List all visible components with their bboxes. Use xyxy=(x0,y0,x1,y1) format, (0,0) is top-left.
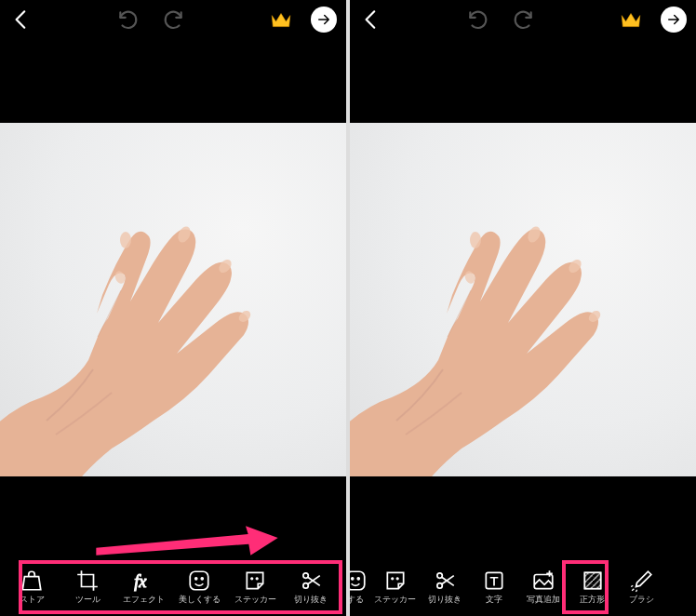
tool-label: ストア xyxy=(20,596,45,604)
screen-right: する ステッカー 切り抜き 文字 写真追加 正方形 xyxy=(350,0,696,616)
top-bar xyxy=(350,0,696,39)
tool-label: 正方形 xyxy=(580,596,605,604)
bottom-toolbar: する ステッカー 切り抜き 文字 写真追加 正方形 xyxy=(350,558,696,616)
undo-button[interactable] xyxy=(116,7,141,32)
sticker-icon xyxy=(241,568,269,594)
tool-tools[interactable]: ツール xyxy=(60,560,115,610)
next-button[interactable] xyxy=(661,7,687,33)
tool-label: 美しくする xyxy=(179,596,221,604)
redo-button[interactable] xyxy=(511,7,535,32)
tool-label: ブラシ xyxy=(629,596,654,604)
photo-content-hand xyxy=(350,188,638,476)
sticker-icon xyxy=(381,568,409,594)
tool-beauty[interactable]: 美しくする xyxy=(171,560,227,610)
edit-canvas[interactable] xyxy=(0,123,346,476)
face-icon xyxy=(185,568,213,594)
canvas-padding-bottom xyxy=(0,476,346,558)
bottom-toolbar: ストア ツール エフェクト 美しくする ステッカー 切り抜き xyxy=(0,558,346,616)
add-photo-icon xyxy=(529,568,557,594)
fx-icon xyxy=(129,568,157,594)
annotation-arrow xyxy=(47,523,326,560)
canvas-padding-bottom xyxy=(350,476,696,558)
face-icon xyxy=(350,568,369,594)
tool-beauty-partial[interactable]: する xyxy=(350,560,370,610)
premium-crown-icon[interactable] xyxy=(618,7,644,33)
tool-add-photo[interactable]: 写真追加 xyxy=(518,560,568,610)
comparison-stage: ストア ツール エフェクト 美しくする ステッカー 切り抜き xyxy=(0,0,696,616)
tool-text[interactable]: 文字 xyxy=(469,560,518,610)
redo-button[interactable] xyxy=(161,7,185,32)
brush-icon xyxy=(628,568,656,594)
back-button[interactable] xyxy=(359,7,383,32)
screen-left: ストア ツール エフェクト 美しくする ステッカー 切り抜き xyxy=(0,0,346,616)
canvas-padding-top xyxy=(0,39,346,123)
tool-cutout[interactable]: 切り抜き xyxy=(283,560,339,610)
tool-label: 写真追加 xyxy=(527,596,560,604)
tool-effect[interactable]: エフェクト xyxy=(115,560,171,610)
back-button[interactable] xyxy=(9,7,33,32)
next-button[interactable] xyxy=(311,7,337,33)
tool-label: エフェクト xyxy=(123,596,165,604)
tool-sticker[interactable]: ステッカー xyxy=(227,560,283,610)
scissors-icon xyxy=(297,568,325,594)
photo-content-hand xyxy=(0,188,288,476)
edit-canvas[interactable] xyxy=(350,123,696,476)
tool-label: ツール xyxy=(75,596,100,604)
tool-label: ステッカー xyxy=(374,596,416,604)
tool-cutout[interactable]: 切り抜き xyxy=(420,560,469,610)
tool-label: ステッカー xyxy=(234,596,276,604)
text-icon xyxy=(480,568,508,594)
tool-brush[interactable]: ブラシ xyxy=(617,560,666,610)
tool-label: 切り抜き xyxy=(294,596,328,604)
top-bar xyxy=(0,0,346,39)
tool-label: 文字 xyxy=(486,596,502,604)
tool-square[interactable]: 正方形 xyxy=(568,560,617,610)
tool-sticker[interactable]: ステッカー xyxy=(370,560,420,610)
premium-crown-icon[interactable] xyxy=(268,7,294,33)
tool-label: 切り抜き xyxy=(428,596,462,604)
undo-button[interactable] xyxy=(466,7,490,32)
tool-label: する xyxy=(350,596,364,604)
crop-icon xyxy=(74,568,101,594)
bag-icon xyxy=(18,568,46,594)
tool-store[interactable]: ストア xyxy=(4,560,60,610)
canvas-padding-top xyxy=(350,39,696,123)
square-icon xyxy=(579,568,607,594)
scissors-icon xyxy=(431,568,459,594)
